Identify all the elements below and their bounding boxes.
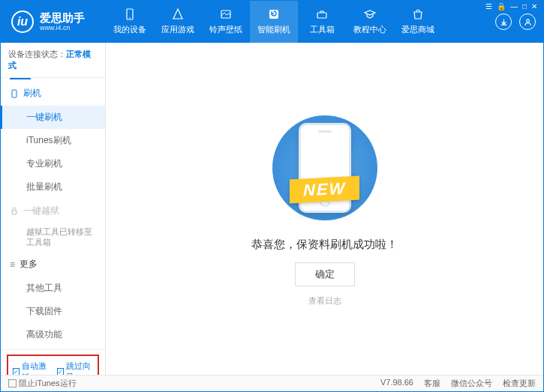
wechat-link[interactable]: 微信公众号: [451, 378, 492, 389]
checkbox-icon: [8, 379, 17, 388]
nav-my-device[interactable]: 我的设备: [106, 1, 154, 43]
nav-store[interactable]: 爱思商城: [394, 1, 442, 43]
nav-label: 教程中心: [353, 24, 386, 35]
update-link[interactable]: 检查更新: [503, 378, 536, 389]
sidebar: 设备连接状态：正常模式 刷机 一键刷机 iTunes刷机 专业刷机 批量刷机 一…: [1, 43, 106, 375]
apps-icon: [171, 8, 185, 22]
sidebar-group-more[interactable]: ≡ 更多: [1, 252, 105, 277]
nav-label: 工具箱: [310, 24, 335, 35]
nav-label: 应用游戏: [161, 24, 194, 35]
sidebar-group-jailbreak[interactable]: 一键越狱: [1, 199, 105, 223]
sidebar-item-download-firmware[interactable]: 下载固件: [1, 300, 105, 323]
app-title: 爱思助手: [40, 12, 85, 24]
new-ribbon: NEW: [290, 175, 359, 203]
logo: iu 爱思助手 www.i4.cn: [1, 10, 106, 33]
sidebar-item-itunes-flash[interactable]: iTunes刷机: [1, 129, 105, 152]
nav-toolbox[interactable]: 工具箱: [298, 1, 346, 43]
checkbox-icon: ✓: [57, 368, 64, 376]
image-icon: [219, 8, 233, 22]
support-link[interactable]: 客服: [424, 378, 440, 389]
window-controls: ☰ 🔒 — □ ✕: [485, 2, 537, 10]
close-button[interactable]: ✕: [531, 2, 537, 10]
checkbox-auto-activate[interactable]: ✓ 自动激活: [13, 361, 50, 375]
top-nav: 我的设备 应用游戏 铃声壁纸 智能刷机 工具箱: [106, 1, 495, 43]
nav-ringtone-wallpaper[interactable]: 铃声壁纸: [202, 1, 250, 43]
logo-icon: iu: [11, 10, 34, 33]
ok-button[interactable]: 确定: [295, 262, 355, 286]
toolbox-icon: [315, 8, 329, 22]
menu-icon[interactable]: ☰: [485, 2, 492, 10]
svg-rect-7: [12, 211, 17, 214]
checkbox-block-itunes[interactable]: 阻止iTunes运行: [8, 378, 77, 389]
user-button[interactable]: [519, 13, 536, 30]
nav-label: 铃声壁纸: [209, 24, 242, 35]
graduation-icon: [363, 8, 377, 22]
sidebar-item-other-tools[interactable]: 其他工具: [1, 277, 105, 300]
main-content: NEW 恭喜您，保资料刷机成功啦！ 确定 查看日志: [106, 43, 543, 375]
view-log-link[interactable]: 查看日志: [308, 295, 341, 307]
sidebar-group-flash[interactable]: 刷机: [1, 81, 105, 106]
jailbreak-note: 越狱工具已转移至工具箱: [1, 223, 105, 252]
footer: 阻止iTunes运行 V7.98.66 客服 微信公众号 检查更新: [1, 375, 543, 391]
lock-icon: [10, 207, 19, 216]
sidebar-item-batch-flash[interactable]: 批量刷机: [1, 175, 105, 199]
checkbox-skip-guide[interactable]: ✓ 跳过向导: [57, 361, 94, 375]
checkbox-icon: ✓: [13, 368, 20, 376]
bag-icon: [411, 8, 425, 22]
hamburger-icon: ≡: [10, 260, 15, 269]
nav-smart-flash[interactable]: 智能刷机: [250, 1, 298, 43]
nav-apps-games[interactable]: 应用游戏: [154, 1, 202, 43]
sidebar-item-advanced[interactable]: 高级功能: [1, 323, 105, 346]
success-illustration: NEW: [257, 112, 392, 224]
svg-rect-6: [12, 90, 17, 97]
checkbox-label: 阻止iTunes运行: [19, 378, 77, 389]
phone-icon: [123, 8, 137, 22]
phone-icon: [10, 89, 19, 98]
checkbox-label: 跳过向导: [66, 361, 93, 375]
svg-point-1: [129, 17, 131, 19]
sidebar-item-oneclick-flash[interactable]: 一键刷机: [1, 106, 105, 129]
group-title: 更多: [20, 258, 38, 271]
maximize-button[interactable]: □: [522, 2, 527, 10]
device-status: 设备连接状态：正常模式: [1, 43, 105, 78]
app-site: www.i4.cn: [40, 24, 85, 31]
active-indicator: [10, 78, 31, 79]
success-message: 恭喜您，保资料刷机成功啦！: [251, 238, 398, 252]
group-title: 刷机: [23, 87, 41, 100]
svg-rect-4: [317, 13, 326, 18]
group-title: 一键越狱: [23, 205, 59, 217]
lock-icon[interactable]: 🔒: [497, 2, 506, 10]
nav-tutorials[interactable]: 教程中心: [346, 1, 394, 43]
refresh-icon: [267, 8, 281, 22]
nav-label: 智能刷机: [257, 24, 290, 35]
nav-label: 我的设备: [113, 24, 146, 35]
minimize-button[interactable]: —: [510, 2, 518, 10]
app-header: iu 爱思助手 www.i4.cn 我的设备 应用游戏 铃声壁纸: [1, 1, 543, 43]
nav-label: 爱思商城: [401, 24, 434, 35]
sidebar-item-pro-flash[interactable]: 专业刷机: [1, 152, 105, 175]
download-button[interactable]: [495, 13, 512, 30]
status-label: 设备连接状态：: [8, 49, 66, 58]
svg-point-5: [526, 19, 529, 22]
options-box: ✓ 自动激活 ✓ 跳过向导: [7, 355, 99, 375]
checkbox-label: 自动激活: [22, 361, 49, 375]
version-label: V7.98.66: [380, 378, 413, 389]
